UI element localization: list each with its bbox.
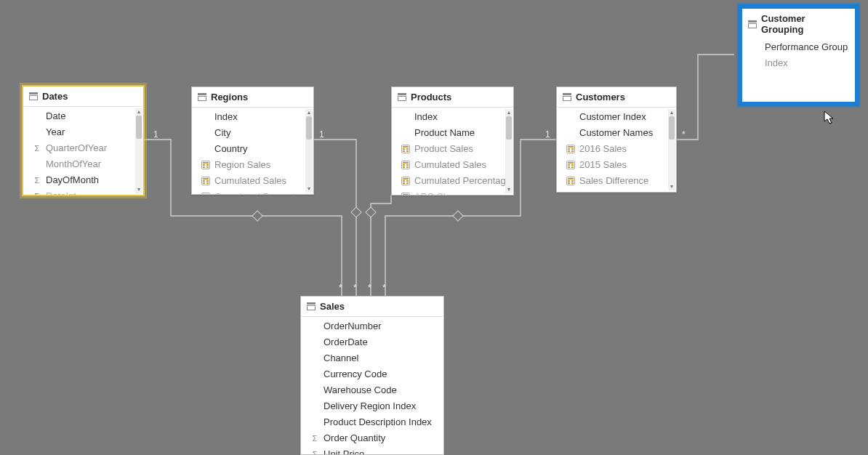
field-list[interactable]: IndexProduct NameProduct SalesCumulated … [392,108,513,195]
field-label: Cumulated Sales [414,159,486,171]
scrollbar[interactable]: ▴ ▾ [668,109,675,190]
scrollbar[interactable]: ▴ ▾ [305,109,313,193]
field-row[interactable]: Cumulated Percentag [192,189,313,194]
scroll-down-icon[interactable]: ▾ [505,186,513,193]
table-title: Customer Grouping [761,13,849,35]
table-icon [307,302,316,310]
field-row[interactable]: DateInt [23,188,143,195]
scroll-down-icon[interactable]: ▾ [135,186,142,193]
field-list[interactable]: OrderNumberOrderDateChannelCurrency Code… [301,317,443,454]
field-row[interactable]: Customer Names [557,125,676,141]
field-row[interactable]: Warehouse Code [301,382,443,398]
field-row[interactable]: Customer Index [557,109,676,125]
field-row[interactable]: Sales Difference [557,173,676,189]
field-row[interactable]: Product Description Index [301,414,443,430]
field-row[interactable]: Year [23,124,143,140]
field-row[interactable]: DayOfMonth [23,172,143,188]
calculator-icon [566,177,576,185]
table-icon [198,93,206,101]
field-row[interactable]: Cumulated Sales [192,173,313,189]
field-row[interactable]: Cumulated Sales [392,157,513,173]
field-label: Index [765,57,788,69]
table-header[interactable]: Sales [301,297,443,317]
table-icon [398,93,406,101]
field-label: QuarterOfYear [46,142,107,154]
field-row[interactable]: Performance Group [742,39,855,55]
field-row[interactable]: Region Sales [192,157,313,173]
field-list[interactable]: Customer IndexCustomer Names2016 Sales20… [557,108,676,192]
field-row[interactable]: Unit Price [301,446,443,454]
table-dates[interactable]: Dates DateYearQuarterOfYearMonthOfYearDa… [22,85,145,196]
field-row[interactable]: Delivery Region Index [301,398,443,414]
field-list[interactable]: Performance GroupIndex [742,36,855,102]
cardinality-one: 1 [319,129,324,140]
model-canvas[interactable]: { "tables": { "dates": { "title": "Dates… [0,0,868,455]
scroll-thumb[interactable] [306,116,312,140]
field-row[interactable]: Order Quantity [301,430,443,446]
field-row[interactable]: Index [392,109,513,125]
svg-rect-0 [252,211,262,221]
table-title: Regions [211,92,248,102]
field-row[interactable]: Index [192,109,313,125]
scroll-down-icon[interactable]: ▾ [305,185,313,193]
calculator-icon [201,177,211,185]
field-row[interactable]: City [192,125,313,141]
scroll-up-icon[interactable]: ▴ [135,108,142,116]
calculator-icon [566,161,576,169]
field-row[interactable]: Date [23,108,143,124]
field-row[interactable]: Currency Code [301,366,443,382]
calculator-icon [566,145,576,153]
cardinality-one: 1 [545,129,550,140]
field-row[interactable]: Country [192,141,313,157]
field-label: Index [414,111,438,123]
table-products[interactable]: Products IndexProduct NameProduct SalesC… [391,86,514,196]
scroll-up-icon[interactable]: ▴ [505,109,513,116]
scroll-up-icon[interactable]: ▴ [305,109,313,116]
table-customers[interactable]: Customers Customer IndexCustomer Names20… [556,86,677,193]
table-sales[interactable]: Sales OrderNumberOrderDateChannelCurrenc… [300,296,444,455]
table-header[interactable]: Regions [192,87,313,108]
field-row[interactable]: Channel [301,350,443,366]
cardinality-many: * [353,283,357,293]
cardinality-many: * [382,283,386,293]
scrollbar[interactable]: ▴ ▾ [135,108,142,193]
field-row[interactable]: 2015 Sales [557,157,676,173]
field-label: 2016 Sales [579,143,627,155]
scroll-thumb[interactable] [136,116,142,139]
field-row[interactable]: Product Sales [392,141,513,157]
calculator-icon [401,161,411,169]
scroll-down-icon[interactable]: ▾ [668,183,675,190]
field-label: Customer Names [579,127,653,139]
field-list[interactable]: IndexCityCountryRegion SalesCumulated Sa… [192,108,313,194]
table-header[interactable]: Customers [557,87,676,108]
sigma-icon [32,142,42,154]
scroll-thumb[interactable] [669,116,675,140]
calculator-icon [401,177,411,185]
field-row[interactable]: MonthOfYear [23,156,143,172]
svg-rect-1 [351,207,361,217]
field-row[interactable]: OrderDate [301,334,443,350]
field-label: OrderDate [324,337,368,348]
field-row[interactable]: Index [742,55,855,71]
table-header[interactable]: Customer Grouping [742,9,855,36]
table-title: Sales [320,301,345,312]
field-label: Performance Group [765,41,848,53]
field-row[interactable]: 2016 Sales [557,141,676,157]
scroll-up-icon[interactable]: ▴ [668,109,675,116]
field-row[interactable]: OrderNumber [301,318,443,334]
field-label: Product Sales [414,143,473,155]
field-list[interactable]: DateYearQuarterOfYearMonthOfYearDayOfMon… [23,107,143,195]
field-row[interactable]: ABC Class [392,189,513,195]
table-icon [29,92,38,100]
table-regions[interactable]: Regions IndexCityCountryRegion SalesCumu… [191,86,314,195]
table-customer-grouping[interactable]: Customer Grouping Performance GroupIndex [738,4,859,106]
table-header[interactable]: Products [392,87,513,108]
cardinality-many: * [682,129,686,140]
scrollbar[interactable]: ▴ ▾ [505,109,513,193]
field-row[interactable]: Product Name [392,125,513,141]
scroll-thumb[interactable] [506,116,512,140]
field-row[interactable]: QuarterOfYear [23,140,143,156]
field-row[interactable]: Cumulated Percentag [392,173,513,189]
field-label: Delivery Region Index [324,400,416,412]
table-header[interactable]: Dates [23,86,143,107]
